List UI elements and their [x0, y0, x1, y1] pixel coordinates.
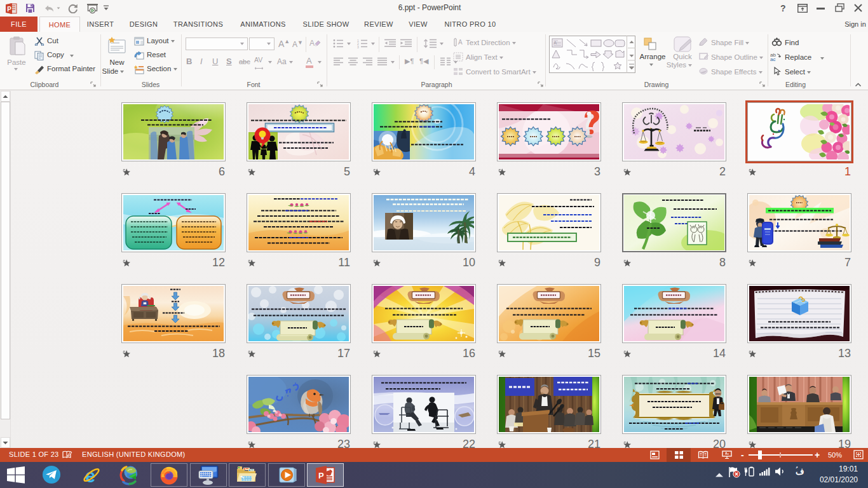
svg-text:ac: ac [770, 57, 775, 61]
svg-text:3: 3 [357, 45, 359, 48]
svg-text:?: ? [780, 3, 786, 13]
svg-text:A: A [309, 39, 315, 48]
svg-text:A: A [553, 40, 557, 46]
svg-text:A: A [458, 39, 463, 46]
svg-text:P: P [318, 471, 324, 480]
